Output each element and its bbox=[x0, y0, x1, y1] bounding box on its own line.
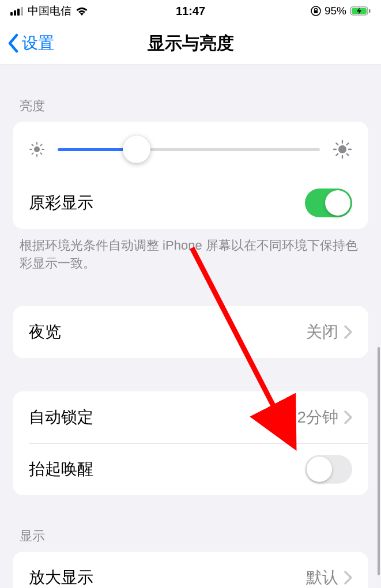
true-tone-toggle[interactable] bbox=[305, 189, 352, 217]
wifi-icon bbox=[75, 6, 89, 16]
svg-line-16 bbox=[40, 145, 42, 146]
section-header-display: 显示 bbox=[0, 495, 381, 552]
cell-raise-to-wake: 抬起唤醒 bbox=[13, 443, 368, 495]
status-bar: 中国电信 11:47 95% bbox=[0, 0, 381, 22]
cell-display-zoom[interactable]: 放大显示 默认 bbox=[13, 552, 368, 588]
svg-rect-8 bbox=[369, 9, 371, 13]
chevron-right-icon bbox=[344, 571, 352, 585]
status-right: 95% bbox=[311, 5, 371, 17]
svg-line-26 bbox=[336, 154, 338, 156]
svg-line-23 bbox=[336, 143, 338, 145]
content-scroll[interactable]: 亮度 bbox=[0, 65, 381, 588]
orientation-lock-icon bbox=[311, 6, 321, 16]
auto-lock-value: 2分钟 bbox=[297, 406, 338, 428]
raise-to-wake-label: 抬起唤醒 bbox=[29, 458, 93, 480]
group-night-shift: 夜览 关闭 bbox=[13, 306, 368, 358]
svg-point-18 bbox=[338, 145, 346, 153]
group-brightness: 原彩显示 bbox=[13, 122, 368, 229]
svg-line-24 bbox=[347, 154, 349, 156]
slider-thumb[interactable] bbox=[123, 135, 150, 163]
cellular-signal-icon bbox=[10, 6, 24, 16]
scrollbar-indicator bbox=[378, 347, 380, 575]
brightness-slider-row bbox=[13, 122, 368, 177]
toggle-thumb bbox=[325, 190, 350, 216]
svg-rect-1 bbox=[14, 10, 16, 16]
battery-percent-label: 95% bbox=[325, 5, 346, 17]
group-display-zoom: 放大显示 默认 bbox=[13, 552, 368, 588]
nav-header: 设置 显示与亮度 bbox=[0, 22, 381, 65]
svg-line-17 bbox=[32, 153, 33, 154]
svg-line-15 bbox=[40, 153, 42, 154]
group-lock: 自动锁定 2分钟 抬起唤醒 bbox=[13, 391, 368, 495]
svg-rect-3 bbox=[21, 7, 23, 16]
chevron-right-icon bbox=[344, 410, 352, 424]
section-header-brightness: 亮度 bbox=[0, 65, 381, 122]
cell-true-tone: 原彩显示 bbox=[13, 177, 368, 229]
svg-rect-5 bbox=[314, 10, 318, 13]
chevron-left-icon bbox=[7, 33, 20, 54]
sun-bright-icon bbox=[333, 140, 352, 159]
sun-dim-icon bbox=[29, 141, 45, 157]
cell-auto-lock[interactable]: 自动锁定 2分钟 bbox=[13, 391, 368, 443]
true-tone-label: 原彩显示 bbox=[29, 192, 93, 214]
page-title: 显示与亮度 bbox=[148, 32, 234, 55]
battery-charging-icon bbox=[350, 6, 371, 16]
section-footer-true-tone: 根据环境光条件自动调整 iPhone 屏幕以在不同环境下保持色彩显示一致。 bbox=[0, 229, 381, 273]
carrier-label: 中国电信 bbox=[28, 3, 71, 18]
svg-line-14 bbox=[32, 145, 33, 146]
cell-night-shift[interactable]: 夜览 关闭 bbox=[13, 306, 368, 358]
night-shift-label: 夜览 bbox=[29, 321, 61, 343]
svg-point-9 bbox=[34, 146, 40, 152]
svg-rect-0 bbox=[10, 12, 13, 16]
chevron-right-icon bbox=[344, 325, 352, 339]
svg-line-25 bbox=[347, 143, 349, 145]
status-left: 中国电信 bbox=[10, 3, 89, 18]
svg-rect-2 bbox=[17, 9, 20, 16]
raise-to-wake-toggle[interactable] bbox=[305, 455, 352, 484]
night-shift-value: 关闭 bbox=[306, 321, 338, 343]
toggle-thumb bbox=[307, 457, 332, 482]
brightness-slider[interactable] bbox=[58, 148, 320, 151]
back-label: 设置 bbox=[22, 32, 54, 54]
display-zoom-label: 放大显示 bbox=[29, 567, 93, 588]
auto-lock-label: 自动锁定 bbox=[29, 406, 93, 428]
status-time: 11:47 bbox=[176, 5, 205, 18]
back-button[interactable]: 设置 bbox=[0, 32, 54, 54]
display-zoom-value: 默认 bbox=[306, 567, 338, 588]
